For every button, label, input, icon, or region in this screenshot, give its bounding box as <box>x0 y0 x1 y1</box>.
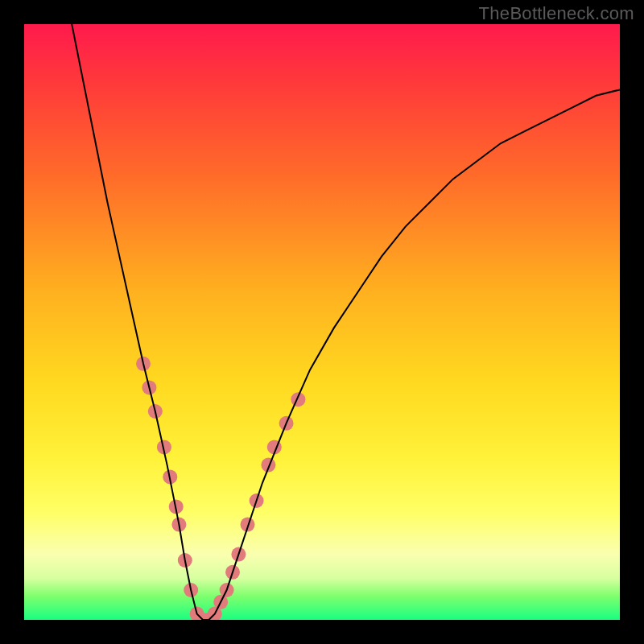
marker-dots-group <box>136 357 305 620</box>
watermark-text: TheBottleneck.com <box>479 3 634 24</box>
bottleneck-curve <box>72 24 620 620</box>
chart-frame: TheBottleneck.com <box>0 0 644 644</box>
chart-svg <box>24 24 620 620</box>
plot-area <box>24 24 620 620</box>
highlight-dot <box>291 392 305 407</box>
